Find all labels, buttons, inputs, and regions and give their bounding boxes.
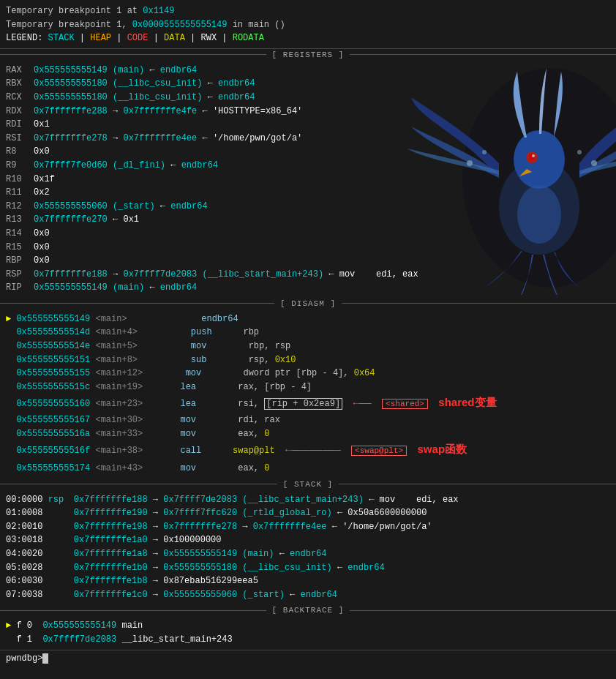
backtrace-header: [ BACKTRACE ] [266, 606, 350, 615]
reg-r11: R110x2 [6, 186, 610, 200]
reg-r9: R9 0x7ffff7fe0d60 (_dl_fini) ← endbr64 [6, 159, 610, 173]
swap-annotation: <swap@plt> [351, 446, 407, 456]
reg-rdi: RDI0x1 [6, 118, 610, 132]
reg-rbx: RBX0x555555555180 (__libc_csu_init) ← en… [6, 77, 610, 91]
disasm-row-2: 0x55555555514e <main+5> mov rbp, rsp [6, 340, 610, 353]
breakpoint-addr: 0x1149 [143, 6, 174, 16]
reg-rdx: RDX0x7fffffffe288 → 0x7fffffffe4fe ← 'HO… [6, 105, 610, 119]
prompt-label: pwndbg> [6, 653, 42, 664]
stack-section: 00:0000 rsp 0x7fffffffe188 → 0x7ffff7de2… [0, 490, 616, 605]
shared-annotation: <shared> [382, 399, 428, 409]
reg-r15: R150x0 [6, 241, 610, 255]
reg-rsp: RSP0x7fffffffe188 → 0x7ffff7de2083 (__li… [6, 268, 610, 282]
backtrace-divider: [ BACKTRACE ] [0, 606, 616, 615]
disasm-divider: [ DISASM ] [0, 299, 616, 308]
reg-r13: R130x7fffffffe270 ← 0x1 [6, 213, 610, 227]
reg-rsi: RSI0x7fffffffe278 → 0x7fffffffe4ee ← '/h… [6, 132, 610, 146]
stack-row-3: 03:0018 0x7fffffffe1a0 → 0x100000000 [6, 533, 610, 547]
stack-header: [ STACK ] [277, 480, 339, 489]
reg-r8: R8 0x0 [6, 145, 610, 159]
registers-divider: [ REGISTERS ] [0, 50, 616, 59]
disasm-row-3: 0x555555555151 <main+8> sub rsp, 0x10 [6, 353, 610, 367]
registers-section: RAX0x555555555149 (main) ← endbr64 RBX0x… [0, 61, 616, 298]
disasm-row-6: 0x555555555160 <main+23> lea rsi, [rip +… [6, 394, 610, 412]
shared-chinese-label: shared变量 [438, 396, 496, 408]
disasm-row-5: 0x55555555515c <main+19> lea rax, [rbp -… [6, 380, 610, 394]
disasm-row-0: ► 0x555555555149 <main> endbr64 [6, 312, 610, 326]
prompt-section: pwndbg> [0, 650, 616, 667]
stack-row-5: 05:0028 0x7fffffffe1b0 → 0x555555555180 … [6, 561, 610, 575]
reg-rbp: RBP0x0 [6, 254, 610, 268]
disasm-row-9: 0x55555555516f <main+38> call swap@plt ←… [6, 440, 610, 459]
stack-row-2: 02:0010 0x7fffffffe198 → 0x7fffffffe278 … [6, 520, 610, 534]
reg-rip: RIP0x555555555149 (main) ← endbr64 [6, 281, 610, 295]
backtrace-row-1: f 1 0x7ffff7de2083 __libc_start_main+243 [6, 633, 610, 647]
reg-r10: R100x1f [6, 173, 610, 187]
cursor[interactable] [42, 653, 48, 664]
stack-divider: [ STACK ] [0, 480, 616, 489]
terminal-window: Temporary breakpoint 1 at 0x1149 Tempora… [0, 0, 616, 667]
reg-rax: RAX0x555555555149 (main) ← endbr64 [6, 64, 610, 78]
breakpoint-info: Temporary breakpoint 1 at 0x1149 Tempora… [0, 0, 616, 49]
disasm-row-7: 0x555555555167 <main+30> mov rdi, rax [6, 413, 610, 427]
reg-rcx: RCX0x555555555180 (__libc_csu_init) ← en… [6, 91, 610, 105]
stack-row-1: 01:0008 0x7fffffffe190 → 0x7ffff7ffc620 … [6, 506, 610, 520]
reg-r12: R120x555555555060 (_start) ← endbr64 [6, 200, 610, 214]
stack-row-6: 06:0030 0x7fffffffe1b8 → 0x87ebab516299e… [6, 574, 610, 588]
stack-row-4: 04:0020 0x7fffffffe1a8 → 0x555555555149 … [6, 547, 610, 561]
breakpoint-line1: Temporary breakpoint 1 at 0x1149 [6, 4, 610, 18]
reg-r14: R140x0 [6, 227, 610, 241]
stack-row-7: 07:0038 0x7fffffffe1c0 → 0x555555555060 … [6, 588, 610, 602]
disasm-row-10: 0x555555555174 <main+43> mov eax, 0 [6, 462, 610, 476]
disasm-header: [ DISASM ] [274, 299, 342, 308]
backtrace-section: ► f 0 0x555555555149 main f 1 0x7ffff7de… [0, 616, 616, 649]
legend-line: LEGEND: STACK | HEAP | CODE | DATA | RWX… [6, 31, 610, 45]
registers-header: [ REGISTERS ] [266, 50, 350, 59]
backtrace-row-0: ► f 0 0x555555555149 main [6, 619, 610, 633]
stack-row-0: 00:0000 rsp 0x7fffffffe188 → 0x7ffff7de2… [6, 493, 610, 507]
disasm-section: ► 0x555555555149 <main> endbr64 0x555555… [0, 310, 616, 479]
swap-chinese-label: swap函数 [418, 443, 467, 455]
disasm-row-1: 0x55555555514d <main+4> push rbp [6, 326, 610, 340]
disasm-row-4: 0x555555555155 <main+12> mov dword ptr [… [6, 367, 610, 380]
breakpoint-line2: Temporary breakpoint 1, 0x00005555555551… [6, 18, 610, 32]
disasm-row-8: 0x55555555516a <main+33> mov eax, 0 [6, 427, 610, 441]
